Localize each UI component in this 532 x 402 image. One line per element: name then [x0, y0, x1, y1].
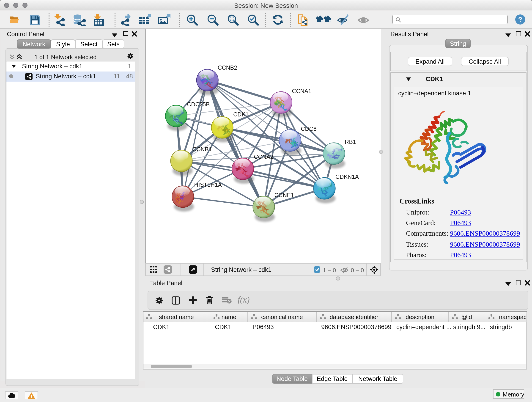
- svg-text:HIST1H1A: HIST1H1A: [194, 182, 222, 188]
- svg-text:CDC25B: CDC25B: [187, 101, 209, 108]
- svg-text:CDK1: CDK1: [233, 111, 248, 118]
- svg-text:?: ?: [518, 15, 522, 23]
- svg-text:CDKN1A: CDKN1A: [335, 173, 359, 180]
- svg-text:CCNE1: CCNE1: [274, 192, 294, 198]
- svg-text:CDC6: CDC6: [301, 126, 317, 132]
- svg-text:CCNB2: CCNB2: [217, 64, 237, 71]
- svg-text:CCNA2: CCNA2: [254, 153, 273, 160]
- svg-text:CCNB1: CCNB1: [192, 146, 211, 153]
- svg-text:RB1: RB1: [345, 139, 356, 145]
- svg-text:CCNA1: CCNA1: [292, 88, 311, 94]
